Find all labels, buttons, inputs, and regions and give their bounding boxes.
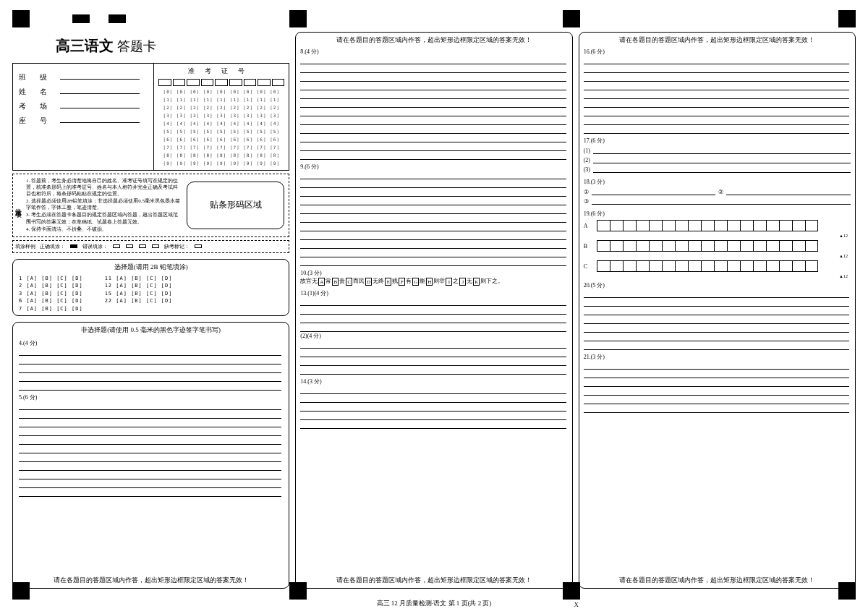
answer-line[interactable]: [726, 188, 851, 195]
q10-choice-box[interactable]: K: [473, 278, 480, 286]
answer-line[interactable]: [300, 125, 566, 134]
answer-line[interactable]: [300, 385, 566, 394]
answer-line[interactable]: [19, 453, 281, 462]
answer-line[interactable]: [19, 445, 281, 453]
answer-line[interactable]: [300, 306, 566, 315]
class-input[interactable]: [60, 79, 140, 80]
answer-line[interactable]: [593, 156, 851, 163]
answer-line[interactable]: [584, 387, 849, 396]
answer-line[interactable]: [300, 142, 566, 151]
answer-line[interactable]: [300, 214, 566, 223]
answer-line[interactable]: [300, 420, 566, 429]
q10-choice-box[interactable]: J: [459, 278, 466, 286]
q10-choice-box[interactable]: G: [412, 278, 419, 286]
answer-line[interactable]: [584, 361, 849, 370]
answer-line[interactable]: [19, 479, 281, 488]
answer-line[interactable]: [300, 403, 566, 412]
q10-choice-box[interactable]: B: [332, 278, 339, 286]
answer-line[interactable]: [300, 188, 566, 197]
answer-line[interactable]: [19, 471, 281, 479]
answer-line[interactable]: [593, 147, 851, 154]
answer-line[interactable]: [584, 99, 849, 108]
absent-mark-icon[interactable]: [195, 244, 202, 248]
answer-line[interactable]: [300, 223, 566, 231]
answer-line[interactable]: [584, 73, 849, 82]
char-grid[interactable]: [597, 240, 851, 252]
answer-line[interactable]: [300, 90, 566, 99]
answer-line[interactable]: [300, 249, 566, 257]
q10-choice-box[interactable]: C: [346, 278, 352, 286]
answer-line[interactable]: [584, 298, 849, 307]
answer-line[interactable]: [19, 462, 281, 471]
answer-line[interactable]: [19, 488, 281, 497]
q10-choice-box[interactable]: F: [399, 278, 405, 286]
answer-line[interactable]: [584, 307, 849, 315]
answer-line[interactable]: [592, 197, 851, 205]
q10-choice-box[interactable]: E: [385, 278, 391, 286]
q10-choice-box[interactable]: I: [446, 278, 452, 286]
char-grid[interactable]: [597, 220, 851, 231]
q10-text[interactable]: 故官无A常B贵C而民D无终E贱F有G能H则举I之J无K则下之。: [300, 277, 567, 286]
answer-line[interactable]: [300, 197, 566, 205]
answer-line[interactable]: [19, 401, 281, 410]
id-bubbles[interactable]: [0] [0] [0] [0] [0] [0] [0] [0] [0] [1] …: [157, 88, 286, 167]
exam-id-grid[interactable]: [157, 77, 286, 88]
answer-line[interactable]: [584, 370, 849, 378]
answer-line[interactable]: [584, 289, 849, 298]
answer-line[interactable]: [584, 56, 849, 64]
answer-line[interactable]: [300, 323, 566, 332]
answer-line[interactable]: [584, 333, 849, 341]
answer-line[interactable]: [300, 56, 566, 64]
answer-line[interactable]: [584, 90, 849, 99]
answer-line[interactable]: [300, 240, 566, 249]
answer-line[interactable]: [300, 108, 566, 116]
answer-line[interactable]: [584, 341, 849, 350]
answer-line[interactable]: [19, 419, 281, 427]
answer-line[interactable]: [300, 257, 566, 266]
answer-line[interactable]: [584, 116, 849, 125]
answer-line[interactable]: [300, 297, 566, 306]
answer-line[interactable]: [300, 231, 566, 240]
answer-line[interactable]: [300, 116, 566, 125]
answer-line[interactable]: [584, 396, 849, 404]
answer-line[interactable]: [300, 134, 566, 142]
room-input[interactable]: [60, 108, 140, 108]
mc-bubbles[interactable]: 1 [A] [B] [C] [D]2 [A] [B] [C] [D]3 [A] …: [19, 275, 283, 313]
answer-line[interactable]: [300, 394, 566, 403]
char-grid[interactable]: [597, 260, 851, 272]
q10-choice-box[interactable]: A: [318, 278, 325, 286]
answer-line[interactable]: [300, 171, 566, 179]
answer-line[interactable]: [584, 125, 849, 134]
answer-line[interactable]: [584, 64, 849, 73]
answer-line[interactable]: [300, 205, 566, 214]
name-input[interactable]: [60, 93, 140, 94]
answer-line[interactable]: [300, 179, 566, 188]
answer-line[interactable]: [19, 364, 281, 373]
answer-line[interactable]: [300, 151, 566, 160]
answer-line[interactable]: [19, 347, 281, 356]
barcode-area[interactable]: 贴条形码区域: [187, 182, 284, 229]
answer-line[interactable]: [584, 82, 849, 90]
seat-input[interactable]: [60, 122, 140, 123]
answer-line[interactable]: [584, 324, 849, 333]
answer-line[interactable]: [592, 188, 716, 195]
answer-line[interactable]: [584, 404, 849, 413]
answer-line[interactable]: [300, 412, 566, 420]
answer-line[interactable]: [584, 108, 849, 116]
answer-line[interactable]: [19, 382, 281, 391]
answer-line[interactable]: [300, 357, 566, 366]
answer-line[interactable]: [593, 166, 851, 173]
answer-line[interactable]: [300, 99, 566, 108]
answer-line[interactable]: [300, 82, 566, 90]
answer-line[interactable]: [19, 427, 281, 436]
answer-line[interactable]: [300, 340, 566, 349]
answer-line[interactable]: [300, 64, 566, 73]
answer-line[interactable]: [19, 410, 281, 419]
answer-line[interactable]: [19, 436, 281, 445]
answer-line[interactable]: [584, 378, 849, 387]
answer-line[interactable]: [300, 315, 566, 323]
answer-line[interactable]: [300, 349, 566, 357]
answer-line[interactable]: [300, 73, 566, 82]
q10-choice-box[interactable]: D: [365, 278, 372, 286]
q10-choice-box[interactable]: H: [426, 278, 433, 286]
